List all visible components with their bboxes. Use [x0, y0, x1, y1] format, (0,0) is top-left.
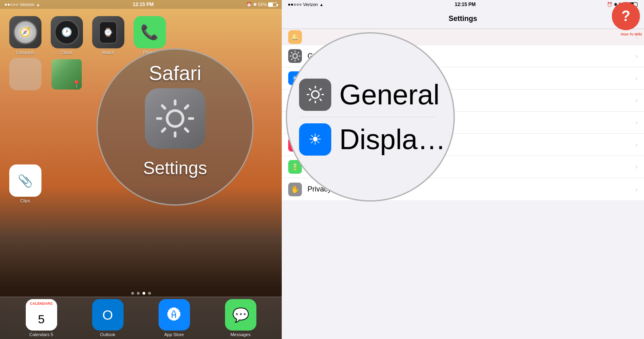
- status-right-left: ⏰ ✱ 55%: [246, 2, 277, 7]
- maps-icon: 📍: [51, 58, 83, 90]
- signal-dot-r2: [291, 4, 293, 6]
- mag-item-general: General: [299, 79, 446, 111]
- carrier-left: Verizon: [20, 2, 35, 7]
- outlook-icon: Ο: [92, 299, 124, 331]
- app-clips[interactable]: 📎 Clips: [8, 164, 42, 203]
- dock-outlook[interactable]: Ο Outlook: [91, 299, 125, 337]
- svg-line-5: [162, 106, 165, 108]
- dock: CALENDARS 5 Calendars 5 Ο Outlook 🅐 App …: [0, 297, 282, 339]
- settings-title: Settings: [448, 15, 477, 23]
- watermark-text: How To Wiki: [621, 32, 642, 36]
- svg-line-17: [291, 59, 292, 60]
- svg-line-8: [162, 129, 165, 131]
- signal-dot-1: [5, 4, 7, 6]
- app-maps[interactable]: 📍: [50, 58, 84, 92]
- messages-label: Messages: [230, 332, 250, 337]
- settings-icon-large: [145, 88, 205, 149]
- general-icon: [288, 49, 302, 63]
- signal-dot-r4: [297, 4, 299, 6]
- clock-icon-left: ⏰: [246, 2, 252, 7]
- signal-dot-2: [8, 4, 10, 6]
- grey-icon: [9, 58, 41, 90]
- mag-general-icon: [299, 79, 331, 111]
- phone-background: Verizon ▲ 12:15 PM ⏰ ✱ 55% 🧭: [0, 0, 282, 339]
- bluetooth-icon-left: ✱: [253, 2, 257, 7]
- magnifier-left-content: Settings: [143, 88, 207, 178]
- phone-icon: 📞: [134, 16, 166, 48]
- battery-chevron: ›: [636, 163, 638, 171]
- status-bar-right: Verizon ▲ 12:15 PM ⏰ ✱ 55%: [282, 0, 644, 9]
- watch-inner: ⌚: [99, 21, 117, 44]
- mag-gear-svg: [304, 83, 326, 106]
- partial-icon-1: 🔔: [288, 30, 302, 44]
- mag-divider: [299, 117, 436, 117]
- sounds-chevron: ›: [636, 97, 638, 104]
- page-dot-2: [137, 292, 140, 295]
- app-grey[interactable]: [8, 58, 42, 92]
- svg-line-6: [185, 129, 188, 131]
- watch-icon: ⌚: [92, 16, 124, 48]
- magnifier-right-content: General ☀ Displa…: [299, 79, 446, 156]
- svg-line-24: [320, 99, 321, 100]
- status-bar-left: Verizon ▲ 12:15 PM ⏰ ✱ 55%: [0, 0, 282, 9]
- cal-header: CALENDARS: [26, 299, 57, 308]
- settings-magnifier-label: Settings: [143, 158, 207, 178]
- svg-line-26: [309, 99, 310, 100]
- time-left: 12:15 PM: [133, 2, 154, 7]
- svg-point-18: [312, 91, 319, 98]
- signal-dot-r1: [288, 4, 290, 6]
- mag-general-label: General: [339, 79, 440, 111]
- mag-display-label: Displa…: [339, 123, 446, 156]
- app-phone[interactable]: 📞 Phone: [132, 16, 167, 55]
- wifi-icon-left: ▲: [36, 2, 40, 7]
- svg-line-25: [320, 89, 321, 90]
- watermark-symbol: ?: [621, 8, 630, 25]
- cal-body: 5: [26, 308, 57, 331]
- dock-calendars[interactable]: CALENDARS 5 Calendars 5: [24, 299, 58, 337]
- touchid-chevron: ›: [636, 141, 638, 148]
- icons-row-1: 🧭 Compass 🕐 Clock: [8, 16, 274, 55]
- appstore-icon: 🅐: [159, 299, 190, 331]
- svg-point-0: [167, 110, 183, 127]
- siri-chevron: ›: [636, 119, 638, 126]
- left-phone-panel: Verizon ▲ 12:15 PM ⏰ ✱ 55% 🧭: [0, 0, 282, 339]
- general-chevron: ›: [636, 52, 638, 60]
- maps-inner: 📍: [52, 59, 82, 89]
- privacy-icon: ✋: [288, 183, 302, 196]
- time-right: 12:15 PM: [455, 2, 476, 7]
- signal-group-right: Verizon ▲: [288, 2, 324, 7]
- outlook-label: Outlook: [100, 332, 116, 337]
- magnifier-left: Safari: [97, 48, 254, 206]
- signal-dots: [5, 4, 18, 6]
- svg-line-23: [309, 89, 310, 90]
- privacy-chevron: ›: [636, 186, 638, 193]
- svg-line-15: [298, 59, 299, 60]
- app-compass[interactable]: 🧭 Compass: [8, 16, 42, 55]
- svg-line-7: [185, 106, 188, 108]
- clock-label: Clock: [61, 50, 72, 55]
- watermark: ? How To Wiki: [610, 2, 642, 34]
- compass-label: Compass: [16, 50, 34, 55]
- gear-svg-large: [153, 96, 197, 141]
- battery-fill-left: [268, 3, 273, 6]
- mag-display-icon: ☀: [299, 123, 331, 156]
- magnifier-right: General ☀ Displa…: [286, 32, 455, 202]
- watch-label: Watch: [102, 50, 114, 55]
- safari-label: Safari: [149, 62, 202, 85]
- app-clock[interactable]: 🕐 Clock: [50, 16, 84, 55]
- signal-dot-5: [16, 4, 18, 6]
- dock-messages[interactable]: 💬 Messages: [223, 299, 258, 337]
- watermark-circle: ?: [612, 2, 640, 30]
- clock-inner: 🕐: [54, 20, 79, 45]
- svg-line-14: [291, 52, 292, 53]
- mag-item-display: ☀ Displa…: [299, 123, 446, 156]
- dock-appstore[interactable]: 🅐 App Store: [157, 299, 191, 337]
- messages-icon: 💬: [225, 299, 256, 331]
- carrier-right: Verizon: [303, 2, 318, 7]
- clips-icon: 📎: [9, 164, 41, 197]
- settings-nav-bar: Settings: [282, 9, 644, 29]
- svg-line-16: [298, 52, 299, 53]
- signal-dot-r3: [294, 4, 296, 6]
- app-watch[interactable]: ⌚ Watch: [91, 16, 125, 55]
- signal-dot-3: [10, 4, 12, 6]
